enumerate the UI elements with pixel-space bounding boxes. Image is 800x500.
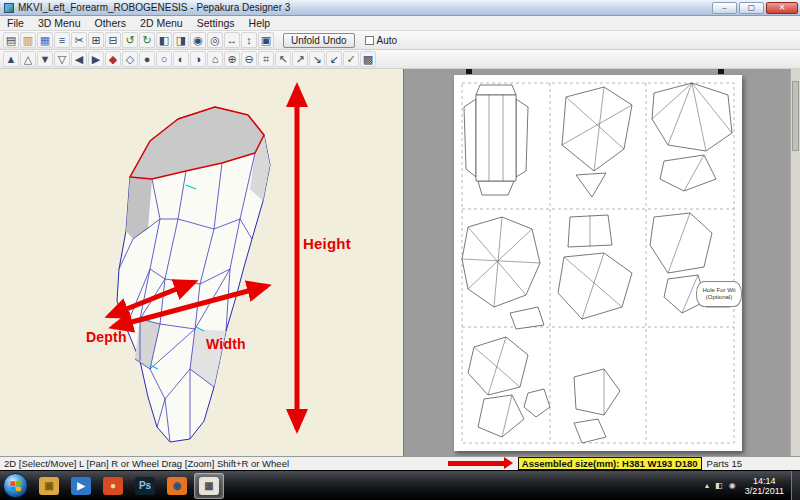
edit-mode[interactable]: ◨ [173,32,189,48]
select-mode[interactable]: ◧ [156,32,172,48]
pattern-piece[interactable] [462,217,544,329]
prev-view[interactable]: ◀ [71,51,87,67]
maximize-button[interactable]: ▢ [739,2,764,14]
menu-item[interactable]: 2D Menu [133,16,190,31]
toolbar-row-1: ▤ ▥ ▦ ≡ ✂ ⊞ ⊟ ↺ ↻ ◧ ◨ ◉ [0,31,800,50]
menu-item[interactable]: File [0,16,31,31]
app-tile-icon: Ps [135,477,155,495]
paste[interactable]: ⊟ [105,32,121,48]
hole-note-line1: Hole For Wii [697,287,741,294]
unfold-undo-button[interactable]: Unfold Undo [283,33,355,48]
zoom-in[interactable]: ⊕ [224,51,240,67]
app-tile-icon: ▶ [71,477,91,495]
menu-item[interactable]: 3D Menu [31,16,88,31]
half-left-view[interactable]: ◐ [173,51,189,67]
point-view[interactable]: ● [139,51,155,67]
lasso-tool[interactable]: △ [20,51,36,67]
tray-icon[interactable]: ▴ [705,481,709,490]
pan-sw[interactable]: ↙ [326,51,342,67]
viewport-3d[interactable]: Height Width Depth [0,69,404,456]
window-title: MKVI_Left_Forearm_ROBOGENESIS - Pepakura… [18,2,290,13]
pattern-piece[interactable] [574,369,620,443]
pepakura-designer-window: MKVI_Left_Forearm_ROBOGENESIS - Pepakura… [0,0,800,500]
model-3d-canvas[interactable] [0,69,404,456]
texture-toggle[interactable]: ▩ [360,51,376,67]
settings-tool[interactable]: ▣ [258,32,274,48]
redo[interactable]: ↻ [139,32,155,48]
pan-se[interactable]: ↘ [309,51,325,67]
width-annotation: Width [206,336,246,352]
new-document[interactable]: ▤ [3,32,19,48]
pattern-piece[interactable] [562,87,632,197]
check-parts[interactable]: ✓ [343,51,359,67]
parts-count: Parts 15 [707,458,742,469]
open-file[interactable]: ▥ [20,32,36,48]
pattern-piece[interactable] [558,215,632,319]
render-solid[interactable]: ◉ [190,32,206,48]
app-icon [4,3,14,13]
viewport-2d[interactable]: Hole For Wii (Optional) [404,69,800,456]
pattern-page[interactable] [454,75,742,451]
auto-checkbox-group: Auto [365,35,398,46]
tray-icon[interactable]: ◧ [715,481,723,490]
zoom-out[interactable]: ⊖ [241,51,257,67]
hole-note: Hole For Wii (Optional) [696,281,742,307]
menu-item[interactable]: Settings [190,16,242,31]
show-desktop-button[interactable] [791,471,800,500]
minimize-button[interactable]: – [712,2,737,14]
grid-toggle[interactable]: ⌗ [258,51,274,67]
render-wire[interactable]: ◎ [207,32,223,48]
copy[interactable]: ⊞ [88,32,104,48]
windows-explorer[interactable]: ▣ [34,473,64,499]
pan-ne[interactable]: ↗ [292,51,308,67]
menu-item[interactable]: Others [88,16,134,31]
half-right-view[interactable]: ◑ [190,51,206,67]
page-margin-marker [466,69,472,74]
down-tool[interactable]: ▼ [37,51,53,67]
circle-tool[interactable]: ○ [156,51,172,67]
status-hint: 2D [Select/Move] L [Pan] R or Wheel Drag… [4,458,289,469]
height-annotation: Height [303,235,351,252]
start-button[interactable] [3,473,28,498]
pepakura-designer[interactable]: ▦ [194,473,224,499]
save-file[interactable]: ▦ [37,32,53,48]
photoshop[interactable]: Ps [130,473,160,499]
app-red[interactable]: ● [98,473,128,499]
system-tray: ▴ ◧ ◉ 14:14 3/21/2011 [702,471,800,500]
pattern-piece[interactable] [464,85,528,195]
solid-view[interactable]: ◆ [105,51,121,67]
forearm-model[interactable] [117,107,270,442]
select-tool[interactable]: ▲ [3,51,19,67]
assembled-size-cluster: Assembled size(mm): H381 W193 D180 Parts… [448,457,742,470]
tray-icon[interactable]: ◉ [729,481,736,490]
flip-tool[interactable]: ▽ [54,51,70,67]
cut[interactable]: ✂ [71,32,87,48]
fit-horizontal[interactable]: ↔ [224,32,240,48]
assembled-size-value: Assembled size(mm): H381 W193 D180 [518,457,702,470]
media-player[interactable]: ▶ [66,473,96,499]
page-margin-marker [718,69,724,74]
menu-item[interactable]: Help [242,16,278,31]
fit-vertical[interactable]: ↕ [241,32,257,48]
wire-view[interactable]: ◇ [122,51,138,67]
undo[interactable]: ↺ [122,32,138,48]
hole-note-line2: (Optional) [697,294,741,301]
toolbar-row-2: ▲ △ ▼ ▽ ◀ ▶ ◆ ◇ ● ○ ◐ ◑ [0,50,800,69]
print[interactable]: ≡ [54,32,70,48]
firefox[interactable]: ◉ [162,473,192,499]
clock-date: 3/21/2011 [745,486,784,496]
next-view[interactable]: ▶ [88,51,104,67]
auto-checkbox[interactable] [365,36,374,45]
clock-time: 14:14 [745,476,784,486]
pan-nw[interactable]: ↖ [275,51,291,67]
close-button[interactable]: ✕ [766,2,798,14]
taskbar-clock[interactable]: 14:14 3/21/2011 [745,476,784,496]
vertical-scrollbar[interactable] [790,69,800,456]
app-tile-icon: ◉ [167,477,187,495]
home-view[interactable]: ⌂ [207,51,223,67]
pattern-piece[interactable] [652,83,732,191]
app-tile-icon: ● [103,477,123,495]
pattern-piece[interactable] [468,337,550,437]
windows-logo-icon [10,480,21,490]
scrollbar-thumb[interactable] [792,81,799,151]
